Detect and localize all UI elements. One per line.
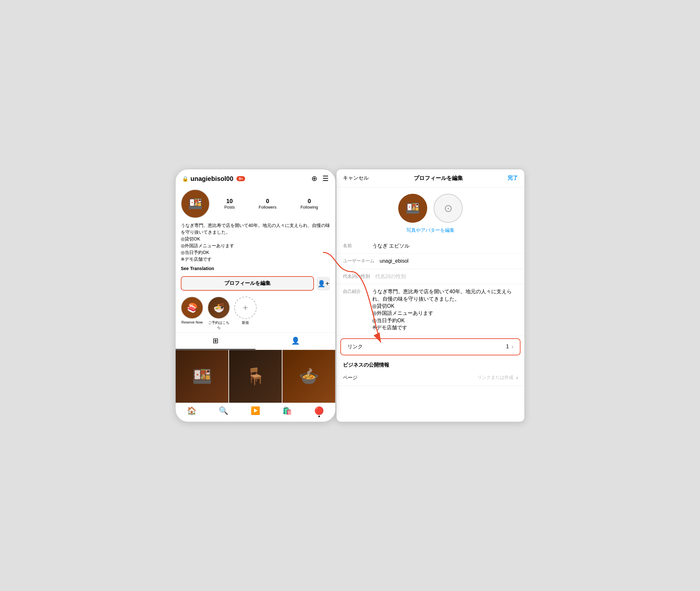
edit-panel-title: プロフィールを編集 [369, 175, 508, 182]
bio-section: うなぎ専門。恵比寿で店を開いて40年。地元の人々に支えられ、自慢の味を守り抜いて… [176, 221, 335, 265]
nav-home[interactable]: 🏠 [176, 406, 208, 415]
business-section-header: ビジネスの公開情報 [336, 358, 524, 370]
story-label-2: ご予約はこちら [207, 320, 230, 330]
name-field-row: 名前 うなぎ エビソル [336, 239, 524, 254]
tab-grid[interactable]: ⊞ [176, 333, 255, 349]
bio-field-row: 自己紹介 うなぎ専門。恵比寿で店を開いて40年。地元の人々に支えられ、自慢の味を… [336, 284, 524, 335]
page-value: リンクまたは作成 [477, 375, 514, 381]
lock-icon: 🔒 [182, 176, 188, 182]
see-translation[interactable]: See Translation [176, 265, 335, 274]
profile-stats: 🍱 10 Posts 0 Followers 0 Following [176, 185, 335, 221]
bottom-nav: 🏠 🔍 ▶️ 🛍️ 🔴 [176, 403, 335, 422]
edit-avatar-section: 🍱 ⊙ [336, 187, 524, 225]
link-chevron-icon: › [512, 343, 514, 350]
nav-search[interactable]: 🔍 [208, 406, 239, 415]
story-circle-2: 🍜 [208, 297, 230, 319]
username-text: unagiebisol00 [190, 175, 233, 183]
post-cell-3[interactable]: 🍲 [283, 350, 335, 403]
edit-profile-button[interactable]: プロフィールを編集 [181, 276, 314, 291]
posts-grid: 🍱 🪑 🍲 [176, 350, 335, 403]
edit-profile-row: プロフィールを編集 👤+ [176, 274, 335, 294]
nav-shop[interactable]: 🛍️ [271, 406, 303, 415]
posts-label: Posts [224, 205, 235, 209]
stories-row: 🍣 Reserve Now 🍜 ご予約はこちら + 新規 [176, 294, 335, 332]
pronoun-field-row: 代名詞の性別 代名詞の性別 [336, 269, 524, 284]
avatar-placeholder-icon: ⊙ [444, 202, 453, 214]
followers-stat[interactable]: 0 Followers [259, 198, 277, 209]
cancel-button[interactable]: キャンセル [343, 175, 369, 182]
stats-row: 10 Posts 0 Followers 0 Following [212, 198, 330, 209]
post-cell-1[interactable]: 🍱 [176, 350, 228, 403]
following-count: 0 [308, 198, 311, 205]
new-post-icon[interactable]: ⊕ [311, 175, 317, 183]
link-label: リンク [347, 343, 506, 350]
edit-header: キャンセル プロフィールを編集 完了 [336, 169, 524, 187]
header-icons: ⊕ ☰ [311, 175, 329, 183]
nav-reels[interactable]: ▶️ [239, 406, 271, 415]
story-add-label: 新規 [242, 320, 249, 325]
profile-nav-icon: 🔴 [314, 406, 324, 415]
bio-field-value[interactable]: うなぎ専門。恵比寿で店を開いて40年。地元の人々に支えられ、自慢の味を守り抜いて… [372, 288, 518, 331]
shop-icon: 🛍️ [283, 406, 292, 415]
name-field-value[interactable]: うなぎ エビソル [372, 242, 518, 250]
pronoun-field-label: 代名詞の性別 [343, 273, 370, 279]
bio-field-label: 自己紹介 [343, 288, 367, 294]
notification-badge: 9+ [236, 176, 245, 181]
edit-profile-panel: キャンセル プロフィールを編集 完了 🍱 ⊙ 写真やアバターを編集 名前 うなぎ… [336, 169, 525, 422]
instagram-profile-phone: 🔒 unagiebisol00 9+ ⊕ ☰ 🍱 10 Posts 0 [175, 169, 336, 422]
edit-avatar-photo: 🍱 [398, 194, 427, 223]
home-icon: 🏠 [187, 406, 197, 415]
tag-icon: 👤 [291, 337, 300, 346]
link-row[interactable]: リンク 1 › [340, 338, 521, 355]
tab-row: ⊞ 👤 [176, 332, 335, 350]
reels-icon: ▶️ [251, 406, 260, 415]
phone-header: 🔒 unagiebisol00 9+ ⊕ ☰ [176, 169, 335, 185]
search-icon: 🔍 [219, 406, 228, 415]
followers-label: Followers [259, 205, 277, 209]
followers-count: 0 [266, 198, 269, 205]
story-label-1: Reserve Now [181, 320, 203, 324]
edit-fields: 名前 うなぎ エビソル ユーザーネーム unagi_ebisol 代名詞の性別 … [336, 239, 524, 422]
edit-photo-link[interactable]: 写真やアバターを編集 [336, 225, 524, 239]
tab-tagged[interactable]: 👤 [255, 333, 335, 349]
story-add[interactable]: + 新規 [234, 297, 257, 325]
grid-icon: ⊞ [213, 337, 218, 345]
add-person-icon: 👤+ [317, 280, 329, 287]
done-button[interactable]: 完了 [508, 175, 518, 182]
profile-avatar: 🍱 [181, 189, 210, 218]
page-label: ページ [343, 375, 477, 381]
post-image-2: 🪑 [245, 367, 265, 386]
story-item-1[interactable]: 🍣 Reserve Now [181, 297, 203, 324]
story-circle-1: 🍣 [181, 297, 203, 319]
username-field-row: ユーザーネーム unagi_ebisol [336, 254, 524, 269]
nav-profile[interactable]: 🔴 [303, 406, 335, 415]
page-row[interactable]: ページ リンクまたは作成 › [336, 370, 524, 386]
post-image-3: 🍲 [299, 367, 319, 386]
story-add-circle: + [234, 297, 257, 319]
menu-icon[interactable]: ☰ [322, 175, 329, 183]
following-stat[interactable]: 0 Following [301, 198, 318, 209]
link-count: 1 [506, 344, 509, 349]
avatar-image: 🍱 [188, 197, 203, 210]
lock-username-area: 🔒 unagiebisol00 9+ [182, 175, 245, 183]
username-field-value[interactable]: unagi_ebisol [380, 258, 518, 265]
bio-text: うなぎ専門。恵比寿で店を開いて40年。地元の人々に支えられ、自慢の味を守り抜いて… [181, 223, 330, 262]
add-person-button[interactable]: 👤+ [317, 277, 330, 290]
posts-count: 10 [226, 198, 233, 205]
username-field-label: ユーザーネーム [343, 258, 375, 264]
name-field-label: 名前 [343, 242, 367, 249]
post-image-1: 🍱 [192, 367, 212, 386]
posts-stat[interactable]: 10 Posts [224, 198, 235, 209]
edit-avatar-image: 🍱 [406, 201, 420, 215]
post-cell-2[interactable]: 🪑 [229, 350, 282, 403]
page-chevron-icon: › [516, 374, 518, 381]
pronoun-field-placeholder[interactable]: 代名詞の性別 [375, 273, 518, 280]
story-item-2[interactable]: 🍜 ご予約はこちら [207, 297, 230, 330]
following-label: Following [301, 205, 318, 209]
edit-avatar-placeholder: ⊙ [434, 194, 463, 223]
